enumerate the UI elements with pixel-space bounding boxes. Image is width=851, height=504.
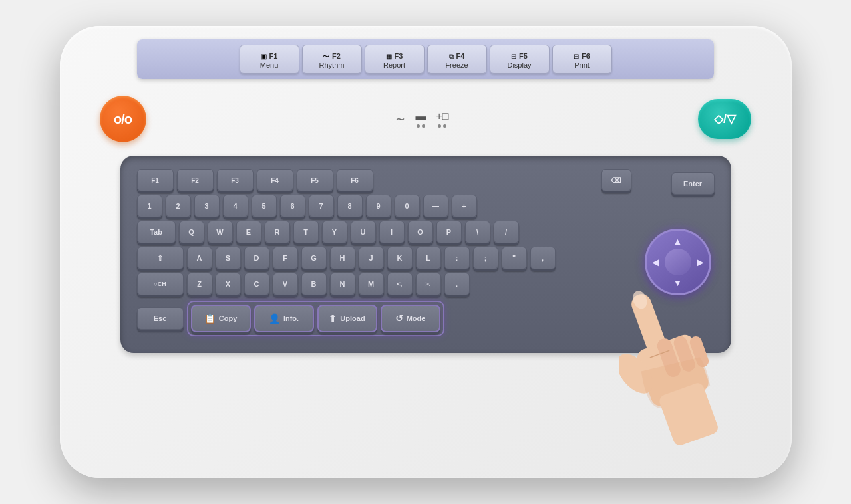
info-icon: 👤 xyxy=(269,313,280,324)
key-b[interactable]: B xyxy=(301,273,327,295)
f2-name: Rhythm xyxy=(313,61,351,69)
key-r[interactable]: R xyxy=(265,221,290,243)
qwerty-bot-row: ○CH Z X C V B N M <, >. . xyxy=(137,273,631,295)
key-f1[interactable]: F1 xyxy=(137,169,174,191)
key-a[interactable]: A xyxy=(187,247,212,269)
key-h[interactable]: H xyxy=(330,247,355,269)
key-lt[interactable]: <, xyxy=(387,273,413,295)
f5-name: Display xyxy=(501,61,538,69)
fn-key-f6[interactable]: ⊟F6 Print xyxy=(552,45,612,74)
special-key-copy[interactable]: 📋 Copy xyxy=(191,305,251,332)
number-row: 1 2 3 4 5 6 7 8 9 0 — + xyxy=(137,195,631,217)
key-semicolon[interactable]: ; xyxy=(473,247,498,269)
key-f5[interactable]: F5 xyxy=(297,169,333,191)
plug-icon: +□ xyxy=(436,110,448,122)
key-quote[interactable]: " xyxy=(502,247,527,269)
key-q[interactable]: Q xyxy=(179,221,204,243)
key-0[interactable]: 0 xyxy=(395,195,420,217)
key-gt[interactable]: >. xyxy=(416,273,441,295)
key-3[interactable]: 3 xyxy=(194,195,220,217)
key-tab[interactable]: Tab xyxy=(137,221,176,243)
info-label: Info. xyxy=(283,315,299,322)
fn-key-f4[interactable]: ⧉F4 Freeze xyxy=(427,45,487,74)
f4-icon: ⧉ xyxy=(449,53,454,61)
key-w[interactable]: W xyxy=(208,221,233,243)
key-d[interactable]: D xyxy=(244,247,269,269)
key-y[interactable]: Y xyxy=(322,221,347,243)
f1-label: F1 xyxy=(269,52,278,60)
key-esc[interactable]: Esc xyxy=(137,307,184,330)
key-ctrl-ch[interactable]: ○CH xyxy=(137,273,184,295)
f1-name: Menu xyxy=(251,61,288,69)
key-s[interactable]: S xyxy=(216,247,241,269)
key-f6[interactable]: F6 xyxy=(337,169,373,191)
key-i[interactable]: I xyxy=(379,221,405,243)
key-6[interactable]: 6 xyxy=(280,195,305,217)
key-backslash[interactable]: \ xyxy=(465,221,490,243)
key-o[interactable]: O xyxy=(408,221,433,243)
function-bar: ▣F1 Menu 〜F2 Rhythm ▦F3 Report ⧉F4 Freez… xyxy=(137,39,714,79)
key-f3[interactable]: F3 xyxy=(217,169,254,191)
key-z[interactable]: Z xyxy=(187,273,212,295)
plug-indicator: +□ xyxy=(436,110,448,128)
dpad-center[interactable] xyxy=(665,249,691,275)
fn-key-f5[interactable]: ⊟F5 Display xyxy=(490,45,550,74)
qwerty-mid-row: ⇧ A S D F G H J K L : ; " , xyxy=(137,247,631,269)
f4-name: Freeze xyxy=(438,61,476,69)
fn-key-f3[interactable]: ▦F3 Report xyxy=(365,45,425,74)
key-m[interactable]: M xyxy=(359,273,384,295)
key-slash[interactable]: / xyxy=(494,221,519,243)
key-backspace[interactable]: ⌫ xyxy=(601,169,631,191)
key-4[interactable]: 4 xyxy=(223,195,248,217)
key-l[interactable]: L xyxy=(416,247,441,269)
key-1[interactable]: 1 xyxy=(137,195,162,217)
key-c[interactable]: C xyxy=(244,273,269,295)
key-f[interactable]: F xyxy=(273,247,298,269)
copy-icon: 📋 xyxy=(204,313,216,324)
fn-key-f2[interactable]: 〜F2 Rhythm xyxy=(302,45,362,74)
key-enter[interactable]: Enter xyxy=(671,172,715,195)
key-minus[interactable]: — xyxy=(423,195,448,217)
f3-icon: ▦ xyxy=(386,53,392,60)
key-f2[interactable]: F2 xyxy=(177,169,214,191)
bottom-row: Esc 📋 Copy 👤 Info. ⬆ Upload xyxy=(137,301,631,336)
key-v[interactable]: V xyxy=(273,273,298,295)
copy-label: Copy xyxy=(219,315,238,322)
key-plus[interactable]: + xyxy=(452,195,477,217)
key-x[interactable]: X xyxy=(216,273,241,295)
key-e[interactable]: E xyxy=(236,221,261,243)
key-u[interactable]: U xyxy=(351,221,376,243)
battery-indicator: ▬ xyxy=(415,110,426,128)
dot-3 xyxy=(438,124,441,128)
key-g[interactable]: G xyxy=(301,247,327,269)
teal-button-icon: ◇/▽ xyxy=(714,112,736,126)
f6-label: F6 xyxy=(582,52,590,60)
key-j[interactable]: J xyxy=(359,247,384,269)
key-period[interactable]: . xyxy=(444,273,470,295)
key-t[interactable]: T xyxy=(293,221,319,243)
orange-power-button[interactable]: o/o xyxy=(100,96,146,142)
keys-section: F1 F2 F3 F4 F5 F6 ⌫ 1 2 3 4 5 6 7 8 9 0 xyxy=(137,169,631,336)
key-5[interactable]: 5 xyxy=(252,195,277,217)
special-key-upload[interactable]: ⬆ Upload xyxy=(317,305,377,332)
key-colon[interactable]: : xyxy=(444,247,470,269)
key-9[interactable]: 9 xyxy=(366,195,391,217)
key-f4[interactable]: F4 xyxy=(257,169,293,191)
upload-icon: ⬆ xyxy=(329,313,337,324)
dpad-up-arrow: ▲ xyxy=(673,236,683,247)
key-k[interactable]: K xyxy=(387,247,413,269)
special-key-info[interactable]: 👤 Info. xyxy=(254,305,314,332)
key-2[interactable]: 2 xyxy=(166,195,191,217)
fn-key-f1[interactable]: ▣F1 Menu xyxy=(240,45,299,74)
key-shift[interactable]: ⇧ xyxy=(137,247,184,269)
qwerty-top-row: Tab Q W E R T Y U I O P \ / xyxy=(137,221,631,243)
tilde-indicator: ∼ xyxy=(395,113,405,125)
key-n[interactable]: N xyxy=(330,273,355,295)
teal-start-button[interactable]: ◇/▽ xyxy=(698,99,751,139)
special-key-mode[interactable]: ↺ Mode xyxy=(381,305,440,332)
key-7[interactable]: 7 xyxy=(309,195,334,217)
key-p[interactable]: P xyxy=(436,221,462,243)
key-comma2[interactable]: , xyxy=(530,247,556,269)
dot-1 xyxy=(417,124,420,128)
key-8[interactable]: 8 xyxy=(337,195,363,217)
